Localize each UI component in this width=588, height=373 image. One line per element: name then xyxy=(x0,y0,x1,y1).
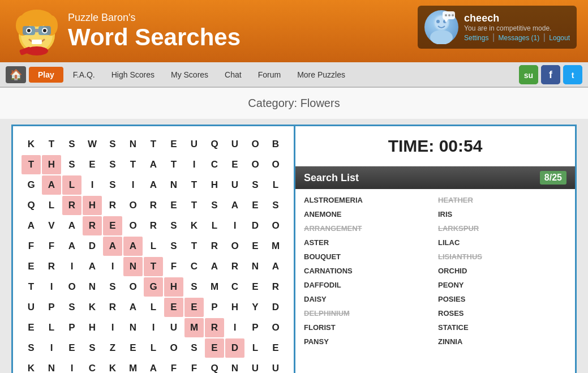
word-grid: KTSWSNTEUQUOBTHSESTATICEOOGALISIANTHUSLQ… xyxy=(22,135,285,373)
social-icons: su f t xyxy=(519,65,582,84)
grid-cell: E xyxy=(164,135,183,154)
grid-cell: A xyxy=(144,155,163,174)
home-button[interactable]: 🏠 xyxy=(6,66,26,83)
grid-cell: O xyxy=(225,237,244,256)
svg-point-11 xyxy=(43,29,46,32)
grid-cell: L xyxy=(62,175,81,195)
grid-cell: N xyxy=(164,175,183,195)
more-puzzles-link[interactable]: More Puzzles xyxy=(290,67,352,83)
word-item: ZINNIA xyxy=(438,336,566,347)
messages-link[interactable]: Messages (1) xyxy=(499,34,540,42)
grid-cell: N xyxy=(42,359,61,373)
grid-cell: M xyxy=(184,318,204,337)
grid-cell: E xyxy=(164,298,183,317)
grid-cell: L xyxy=(42,196,61,215)
grid-cell: A xyxy=(144,359,163,373)
grid-cell: U xyxy=(164,318,183,337)
word-item: LILAC xyxy=(438,237,566,248)
grid-cell: R xyxy=(205,318,224,337)
word-item: LARKSPUR xyxy=(438,223,566,234)
search-list-label: Search List xyxy=(304,172,359,184)
grid-cell: O xyxy=(246,135,265,154)
settings-link[interactable]: Settings xyxy=(464,34,488,42)
my-scores-link[interactable]: My Scores xyxy=(164,67,215,83)
grid-cell: S xyxy=(22,338,41,358)
grid-cell: E xyxy=(246,277,265,297)
play-button[interactable]: Play xyxy=(29,67,63,83)
grid-cell: S xyxy=(62,155,81,174)
user-info: cheech You are in competitive mode. Sett… xyxy=(464,12,570,42)
grid-cell: H xyxy=(83,196,102,215)
grid-cell: S xyxy=(103,175,122,195)
word-item: CARNATIONS xyxy=(304,265,432,276)
grid-cell: L xyxy=(144,237,163,256)
grid-cell: H xyxy=(83,318,102,337)
svg-point-10 xyxy=(27,29,31,32)
grid-cell: G xyxy=(144,277,163,297)
grid-cell: S xyxy=(62,135,81,154)
twitter-icon[interactable]: t xyxy=(563,65,582,84)
grid-cell: B xyxy=(266,135,285,154)
grid-cell: O xyxy=(266,216,285,235)
grid-cell: E xyxy=(246,196,265,215)
grid-cell: L xyxy=(205,216,224,235)
grid-cell: T xyxy=(144,257,163,276)
grid-cell: E xyxy=(123,338,143,358)
grid-cell: U xyxy=(22,298,41,317)
grid-cell: N xyxy=(123,257,143,276)
mascot-image xyxy=(11,6,62,57)
grid-cell: E xyxy=(246,237,265,256)
grid-cell: E xyxy=(164,196,183,215)
grid-cell: K xyxy=(103,359,122,373)
grid-cell: U xyxy=(225,175,244,195)
facebook-icon[interactable]: f xyxy=(541,65,560,84)
navbar: 🏠 Play F.A.Q. High Scores My Scores Chat… xyxy=(0,62,588,88)
grid-cell: U xyxy=(184,135,204,154)
grid-cell: M xyxy=(266,237,285,256)
grid-cell: N xyxy=(246,257,265,276)
grid-cell: F xyxy=(42,237,61,256)
grid-cell: N xyxy=(225,359,244,373)
grid-cell: O xyxy=(123,216,143,235)
grid-cell: O xyxy=(164,338,183,358)
high-scores-link[interactable]: High Scores xyxy=(105,67,161,83)
grid-cell: A xyxy=(42,175,61,195)
word-item: LISIANTHUS xyxy=(438,251,566,262)
grid-cell: H xyxy=(205,175,224,195)
word-item: IRIS xyxy=(438,209,566,220)
grid-cell: S xyxy=(103,277,122,297)
word-item: ANEMONE xyxy=(304,209,432,220)
grid-cell: A xyxy=(83,257,102,276)
grid-cell: R xyxy=(42,257,61,276)
chat-link[interactable]: Chat xyxy=(218,67,248,83)
grid-cell: A xyxy=(62,216,81,235)
search-list-count: 8/25 xyxy=(540,171,566,185)
grid-cell: E xyxy=(83,155,102,174)
grid-cell: G xyxy=(22,175,41,195)
grid-cell: K xyxy=(22,359,41,373)
word-item: HEATHER xyxy=(438,195,566,205)
main-content: KTSWSNTEUQUOBTHSESTATICEOOGALISIANTHUSLQ… xyxy=(0,119,588,373)
svg-rect-12 xyxy=(32,40,42,44)
grid-cell: I xyxy=(42,277,61,297)
grid-cell: S xyxy=(184,338,204,358)
grid-cell: T xyxy=(184,175,204,195)
grid-cell: C xyxy=(83,359,102,373)
grid-cell: S xyxy=(266,196,285,215)
grid-cell: T xyxy=(144,135,163,154)
stumbleupon-icon[interactable]: su xyxy=(519,65,538,84)
grid-cell: Q xyxy=(22,196,41,215)
svg-point-16 xyxy=(430,30,453,44)
grid-cell: P xyxy=(205,298,224,317)
grid-cell: R xyxy=(266,277,285,297)
grid-cell: E xyxy=(266,338,285,358)
logout-link[interactable]: Logout xyxy=(549,34,570,42)
word-item: PANSY xyxy=(304,336,432,347)
forum-link[interactable]: Forum xyxy=(251,67,287,83)
grid-cell: C xyxy=(205,155,224,174)
faq-link[interactable]: F.A.Q. xyxy=(66,67,102,83)
word-item: FLORIST xyxy=(304,322,432,333)
grid-cell: U xyxy=(266,359,285,373)
grid-cell: A xyxy=(123,298,143,317)
svg-text:t: t xyxy=(572,71,574,80)
